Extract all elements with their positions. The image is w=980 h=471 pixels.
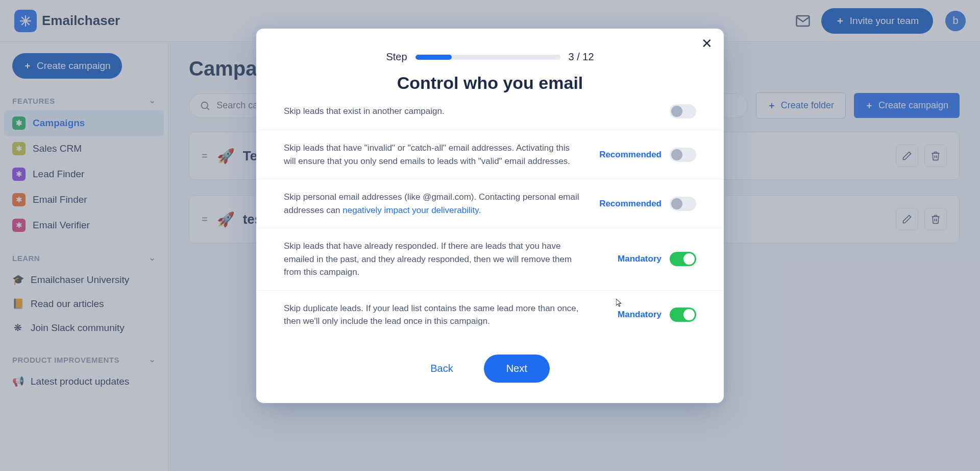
modal-overlay: ✕ Step 3 / 12 Control who you email Skip… xyxy=(0,0,980,471)
option-text: Skip personal email addresses (like @gma… xyxy=(284,191,584,217)
wizard-modal: ✕ Step 3 / 12 Control who you email Skip… xyxy=(256,29,724,403)
toggle-knob xyxy=(671,106,682,117)
option-row: Skip leads that exist in another campaig… xyxy=(256,101,724,130)
option-tag: Mandatory xyxy=(618,310,662,320)
option-tag: Recommended xyxy=(599,150,662,160)
option-row: Skip duplicate leads. If your lead list … xyxy=(256,291,724,339)
progress-bar xyxy=(415,55,560,60)
toggle-knob xyxy=(683,253,695,265)
toggle-knob xyxy=(683,309,695,320)
option-tag: Recommended xyxy=(599,199,662,209)
option-text: Skip leads that exist in another campaig… xyxy=(284,105,445,118)
toggle-switch[interactable] xyxy=(670,252,696,266)
option-text: Skip leads that have "invalid" or "catch… xyxy=(284,142,584,168)
toggle-switch[interactable] xyxy=(670,104,696,119)
next-button[interactable]: Next xyxy=(484,355,550,383)
option-row: Skip leads that have "invalid" or "catch… xyxy=(256,130,724,179)
option-text: Skip duplicate leads. If your lead list … xyxy=(284,302,590,328)
step-indicator: Step 3 / 12 xyxy=(256,51,724,63)
step-label: Step xyxy=(386,51,407,63)
close-icon: ✕ xyxy=(701,36,713,51)
step-count: 3 / 12 xyxy=(569,51,594,63)
toggle-switch[interactable] xyxy=(670,308,696,322)
toggle-knob xyxy=(671,198,682,209)
modal-title: Control who you email xyxy=(256,73,724,93)
toggle-switch[interactable] xyxy=(670,148,696,162)
option-text: Skip leads that have already responded. … xyxy=(284,240,590,279)
progress-fill xyxy=(415,55,452,60)
back-button[interactable]: Back xyxy=(430,363,453,374)
option-tag: Mandatory xyxy=(618,254,662,264)
toggle-switch[interactable] xyxy=(670,197,696,211)
deliverability-link[interactable]: negatively impact your deliverability. xyxy=(342,205,481,215)
toggle-knob xyxy=(671,149,682,160)
option-row: Skip leads that have already responded. … xyxy=(256,228,724,291)
option-row: Skip personal email addresses (like @gma… xyxy=(256,179,724,228)
close-button[interactable]: ✕ xyxy=(701,36,713,52)
